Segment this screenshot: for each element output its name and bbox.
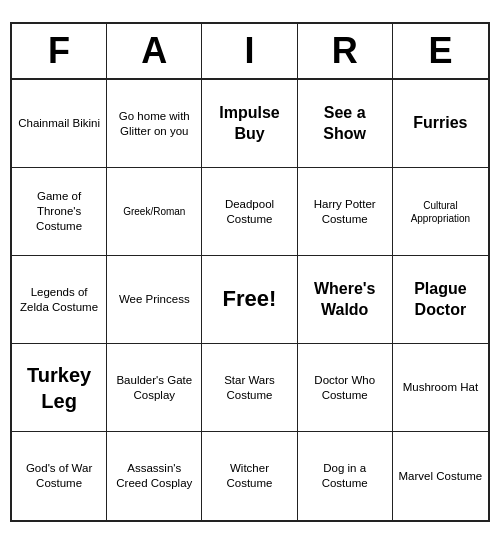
bingo-cell[interactable]: Where's Waldo (298, 256, 393, 344)
bingo-cell[interactable]: God's of War Costume (12, 432, 107, 520)
bingo-card: FAIRE Chainmail BikiniGo home with Glitt… (10, 22, 490, 522)
header-letter: F (12, 24, 107, 78)
bingo-cell[interactable]: Wee Princess (107, 256, 202, 344)
bingo-cell[interactable]: Greek/Roman (107, 168, 202, 256)
bingo-cell[interactable]: Baulder's Gate Cosplay (107, 344, 202, 432)
bingo-cell[interactable]: Dog in a Costume (298, 432, 393, 520)
bingo-cell[interactable]: Star Wars Costume (202, 344, 297, 432)
bingo-cell[interactable]: Mushroom Hat (393, 344, 488, 432)
bingo-cell[interactable]: Legends of Zelda Costume (12, 256, 107, 344)
bingo-cell[interactable]: Game of Throne's Costume (12, 168, 107, 256)
bingo-cell[interactable]: Free! (202, 256, 297, 344)
bingo-cell[interactable]: Harry Potter Costume (298, 168, 393, 256)
bingo-cell[interactable]: Deadpool Costume (202, 168, 297, 256)
bingo-cell[interactable]: Furries (393, 80, 488, 168)
bingo-cell[interactable]: Impulse Buy (202, 80, 297, 168)
header-letter: R (298, 24, 393, 78)
bingo-cell[interactable]: Marvel Costume (393, 432, 488, 520)
bingo-cell[interactable]: Go home with Glitter on you (107, 80, 202, 168)
bingo-cell[interactable]: Plague Doctor (393, 256, 488, 344)
header-letter: I (202, 24, 297, 78)
bingo-cell[interactable]: See a Show (298, 80, 393, 168)
bingo-cell[interactable]: Cultural Appropriation (393, 168, 488, 256)
bingo-grid: Chainmail BikiniGo home with Glitter on … (12, 80, 488, 520)
bingo-cell[interactable]: Turkey Leg (12, 344, 107, 432)
bingo-cell[interactable]: Doctor Who Costume (298, 344, 393, 432)
bingo-cell[interactable]: Witcher Costume (202, 432, 297, 520)
header-letter: E (393, 24, 488, 78)
bingo-cell[interactable]: Assassin's Creed Cosplay (107, 432, 202, 520)
header-letter: A (107, 24, 202, 78)
bingo-cell[interactable]: Chainmail Bikini (12, 80, 107, 168)
bingo-header: FAIRE (12, 24, 488, 80)
